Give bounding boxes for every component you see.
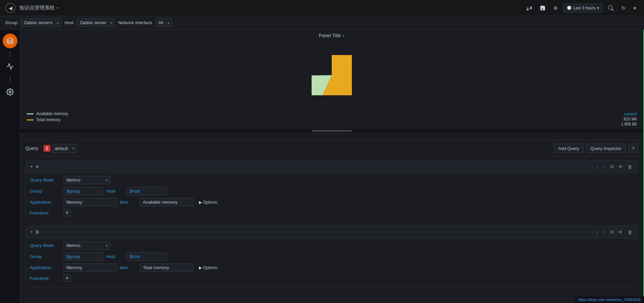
search-button[interactable]	[605, 3, 616, 13]
query-b-form: Query Mode Metrics Group $group Host $ho…	[26, 239, 638, 287]
query-block-a-toggle[interactable]: ▼	[30, 165, 33, 168]
panel-title-dropdown-icon: ▾	[343, 34, 344, 38]
sidebar-item-chart[interactable]	[3, 59, 17, 74]
sidebar-item-settings[interactable]	[3, 85, 17, 99]
panel-title-text: Panel Title	[319, 33, 341, 38]
save-button[interactable]	[537, 3, 548, 13]
settings-button[interactable]: ⚙	[551, 3, 560, 13]
legend-area: Available memory Total memory current 81…	[20, 109, 643, 129]
query-b-application-value[interactable]: Memory	[63, 263, 117, 272]
page-footer: https://blog.csdn.net/weixin_44953658	[575, 296, 644, 303]
footer-url: https://blog.csdn.net/weixin_44953658	[578, 298, 641, 302]
query-b-move-up[interactable]: ↑	[602, 229, 607, 236]
top-bar: ◀ 知识点管理系统 ▾ ⚙ 🕐 Last 3 hours ▾	[0, 0, 644, 16]
share-button[interactable]	[524, 3, 535, 13]
query-b-mode-label: Query Mode	[30, 243, 63, 248]
query-a-mode-row: Query Mode Metrics	[30, 176, 634, 184]
query-a-application-label: Application	[30, 200, 63, 205]
datasource-select[interactable]: default	[52, 144, 76, 153]
query-b-toggle-visible[interactable]: 👁	[617, 229, 624, 236]
host-filter-select[interactable]: Zabbix server	[77, 18, 115, 27]
query-b-add-function-button[interactable]: +	[63, 274, 71, 282]
query-b-functions-row: Functions +	[30, 274, 634, 282]
query-header: Query Z default Add Query Query Inspecto…	[20, 140, 643, 157]
share-icon	[527, 5, 532, 11]
query-a-delete[interactable]: 🗑	[626, 163, 634, 170]
query-b-group-value[interactable]: $group	[63, 252, 104, 261]
query-a-mode-label: Query Mode	[30, 178, 63, 183]
back-button[interactable]: ◀	[5, 3, 15, 13]
query-a-host-value[interactable]: $host	[126, 187, 167, 195]
query-area: Query Z default Add Query Query Inspecto…	[20, 140, 643, 291]
query-a-form: Query Mode Metrics Group $group Host $ho…	[26, 173, 638, 222]
datasource-select-wrapper: default	[52, 144, 76, 153]
network-filter-select[interactable]: All	[155, 18, 172, 27]
query-a-functions-row: Functions +	[30, 209, 634, 216]
time-picker-arrow: ▾	[597, 6, 599, 10]
query-block-b: ▼ B ↓ ↑ ⧉ 👁 🗑 Query Mode	[25, 225, 638, 288]
query-b-duplicate[interactable]: ⧉	[609, 229, 615, 236]
refresh-icon: ↻	[622, 5, 626, 11]
legend-value-available: 810 Mil	[621, 116, 637, 121]
refresh-dropdown-button[interactable]: ▾	[631, 3, 639, 13]
database-icon	[6, 37, 14, 45]
query-a-move-up[interactable]: ↑	[602, 163, 607, 170]
help-button[interactable]: ?	[629, 144, 638, 153]
query-b-group-label: Group	[30, 254, 63, 259]
query-b-options[interactable]: ▶ Options:	[199, 265, 218, 270]
network-filter-label: Network interface	[118, 20, 152, 25]
add-query-button[interactable]: Add Query	[554, 144, 583, 153]
legend-label-total: Total memory	[36, 117, 60, 122]
refresh-button[interactable]: ↻	[619, 3, 628, 13]
query-a-application-value[interactable]: Memory	[63, 198, 117, 206]
query-a-add-function-button[interactable]: +	[63, 209, 71, 216]
query-b-delete[interactable]: 🗑	[626, 229, 634, 236]
query-actions: Add Query Query Inspector ?	[554, 144, 638, 153]
query-a-item-value[interactable]: Available memory	[140, 198, 194, 206]
datasource-wrapper: Z default	[44, 144, 76, 153]
query-a-mode-select[interactable]: Metrics	[63, 176, 110, 184]
time-picker-label: Last 3 hours	[573, 6, 595, 10]
query-b-item-value[interactable]: Total memory	[140, 263, 194, 272]
query-a-duplicate[interactable]: ⧉	[609, 163, 615, 170]
legend-item-available: Available memory	[27, 111, 68, 116]
svg-point-3	[316, 59, 348, 91]
scroll-thumb[interactable]	[312, 130, 352, 132]
datasource-icon: Z	[44, 145, 50, 152]
query-a-options[interactable]: ▶ Options:	[199, 200, 218, 205]
panel-title[interactable]: Panel Title ▾	[20, 33, 643, 38]
time-picker-button[interactable]: 🕐 Last 3 hours ▾	[563, 4, 603, 12]
query-b-mode-select[interactable]: Metrics	[63, 241, 110, 250]
clock-icon: 🕐	[567, 6, 572, 10]
main-layout: Panel Title ▾ Available memory	[0, 30, 644, 303]
group-filter-select[interactable]: Zabbix servers	[21, 18, 61, 27]
query-inspector-button[interactable]: Query Inspector	[586, 144, 626, 153]
query-a-move-down[interactable]: ↓	[595, 163, 600, 170]
host-filter-label: Host	[64, 20, 73, 25]
query-block-a-label: A	[36, 164, 39, 169]
query-a-mode-select-wrapper: Metrics	[63, 176, 110, 184]
top-bar-actions: ⚙ 🕐 Last 3 hours ▾ ↻ ▾	[524, 3, 639, 13]
query-block-b-label: B	[36, 230, 39, 235]
search-icon	[608, 5, 613, 11]
query-a-toggle-visible[interactable]: 👁	[617, 163, 624, 170]
query-a-group-value[interactable]: $group	[63, 187, 104, 195]
legend-current-label: current	[621, 111, 637, 116]
legend-color-available	[27, 113, 34, 114]
query-b-move-down[interactable]: ↓	[595, 229, 600, 236]
query-b-host-value[interactable]: $host	[126, 252, 167, 261]
group-filter-label: Group	[5, 20, 17, 25]
settings-icon	[6, 88, 14, 96]
query-block-b-header: ▼ B ↓ ↑ ⧉ 👁 🗑	[26, 226, 638, 239]
query-b-application-row: Application Memory Item Total memory ▶ O…	[30, 263, 634, 272]
group-filter-wrapper: Zabbix servers	[21, 18, 61, 27]
sidebar-item-datasource[interactable]	[3, 34, 17, 48]
query-b-functions-label: Functions	[30, 276, 63, 281]
query-a-host-label: Host	[106, 189, 126, 194]
legend-items: Available memory Total memory	[27, 111, 68, 122]
query-block-b-toggle[interactable]: ▼	[30, 230, 33, 234]
query-block-b-actions: ↓ ↑ ⧉ 👁 🗑	[595, 229, 634, 236]
svg-point-1	[9, 91, 11, 93]
panel-area: Panel Title ▾ Available memory	[20, 30, 643, 140]
sidebar-connector	[10, 50, 10, 57]
